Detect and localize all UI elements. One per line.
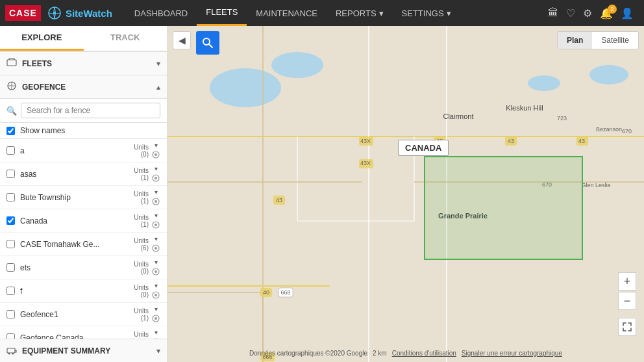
show-names-label: Show names xyxy=(20,126,65,135)
svg-point-29 xyxy=(8,353,10,355)
fleets-icon xyxy=(6,57,17,70)
fence-list-item: aUnits(0) ▾ xyxy=(0,139,167,162)
svg-point-33 xyxy=(271,52,323,78)
fleets-section: FLEETS ▾ xyxy=(0,52,167,75)
fence-center-icon[interactable] xyxy=(151,267,160,276)
fence-checkbox[interactable] xyxy=(6,216,15,225)
equipment-icon xyxy=(6,344,17,357)
fence-dropdown-arrow[interactable]: ▾ xyxy=(155,212,158,219)
fence-count: (0) xyxy=(141,291,149,298)
map-search-button[interactable] xyxy=(196,31,219,55)
search-icon: 🔍 xyxy=(6,106,17,116)
fence-checkbox[interactable] xyxy=(6,263,15,272)
geofence-section: GEOFENCE ▴ 🔍 Show names aUnits(0) ▾ asas… xyxy=(0,75,167,339)
geofence-label: GEOFENCE xyxy=(22,83,151,92)
fence-dropdown-arrow[interactable]: ▾ xyxy=(155,259,158,266)
fence-actions: ▾ xyxy=(151,329,160,339)
tab-explore[interactable]: EXPLORE xyxy=(0,26,84,51)
fence-center-icon[interactable] xyxy=(151,197,160,206)
fence-center-icon[interactable] xyxy=(151,291,160,300)
map-report-error[interactable]: Signaler une erreur cartographique xyxy=(462,350,562,357)
fence-dropdown-arrow[interactable]: ▾ xyxy=(155,165,158,172)
case-logo: CASE xyxy=(5,5,41,21)
fence-list-item: etsUnits(0) ▾ xyxy=(0,256,167,279)
geofence-header[interactable]: GEOFENCE ▴ xyxy=(0,75,167,99)
show-names-checkbox[interactable] xyxy=(6,127,15,135)
settings-icon[interactable]: ⚙ xyxy=(583,7,592,19)
fence-name: f xyxy=(20,287,134,296)
geofence-overlay xyxy=(424,156,583,260)
svg-rect-28 xyxy=(7,348,15,353)
fullscreen-button[interactable] xyxy=(618,318,636,336)
fence-checkbox[interactable] xyxy=(6,287,15,295)
user-icon[interactable]: 👤 xyxy=(621,7,634,19)
fence-list-item: Geofence1Units(1) ▾ xyxy=(0,303,167,326)
fence-dropdown-arrow[interactable]: ▾ xyxy=(155,282,158,289)
fence-checkbox[interactable] xyxy=(6,146,15,155)
fence-units-label: Units xyxy=(134,331,149,338)
fence-dropdown-arrow[interactable]: ▾ xyxy=(155,235,158,242)
notifications-icon[interactable]: 🔔 2 xyxy=(600,7,613,19)
show-names-row: Show names xyxy=(0,123,167,139)
fence-actions: ▾ xyxy=(151,165,160,183)
equipment-summary-label: EQUIPMENT SUMMARY xyxy=(22,346,151,356)
fleets-chevron: ▾ xyxy=(156,59,160,68)
history-icon[interactable]: 🏛 xyxy=(548,7,558,19)
zoom-in-button[interactable]: + xyxy=(618,272,636,291)
search-container: 🔍 xyxy=(0,99,167,123)
fence-dropdown-arrow[interactable]: ▾ xyxy=(155,188,158,196)
fence-center-icon[interactable] xyxy=(151,244,160,253)
fence-checkbox[interactable] xyxy=(6,310,15,318)
nav-reports[interactable]: REPORTS ▾ xyxy=(327,0,393,26)
svg-text:668: 668 xyxy=(280,289,290,296)
svg-point-15 xyxy=(155,247,157,250)
sitewatch-logo: SiteWatch xyxy=(41,6,119,20)
map-back-button[interactable]: ◀ xyxy=(173,31,191,49)
map-satellite-button[interactable]: Satellite xyxy=(592,32,638,49)
fence-checkbox[interactable] xyxy=(6,170,15,178)
fence-name: Geofence Canada xyxy=(20,333,134,339)
svg-text:43: 43 xyxy=(276,197,282,203)
fence-meta: Units(0) xyxy=(134,284,149,298)
fence-dropdown-arrow[interactable]: ▾ xyxy=(155,305,158,313)
zoom-out-button[interactable]: − xyxy=(618,292,636,310)
fence-dropdown-arrow[interactable]: ▾ xyxy=(155,329,158,336)
fence-actions: ▾ xyxy=(151,259,160,276)
fence-name: Geofence1 xyxy=(20,310,134,319)
fence-actions: ▾ xyxy=(151,142,160,159)
nav-maintenance[interactable]: MAINTENANCE xyxy=(247,0,327,26)
map-plan-button[interactable]: Plan xyxy=(558,32,592,49)
fence-dropdown-arrow[interactable]: ▾ xyxy=(155,142,158,149)
svg-text:43: 43 xyxy=(578,138,585,144)
search-input[interactable] xyxy=(21,103,160,118)
nav-settings[interactable]: SETTINGS ▾ xyxy=(393,0,460,26)
fence-checkbox[interactable] xyxy=(6,193,15,201)
fence-list-item: CASE Tomahawk Ge...Units(6) ▾ xyxy=(0,233,167,256)
svg-text:670: 670 xyxy=(622,128,632,135)
fence-center-icon[interactable] xyxy=(151,150,160,159)
map-type-toggle: Plan Satellite xyxy=(557,31,639,49)
nav-fleets[interactable]: FLEETS xyxy=(197,0,247,26)
map-terms[interactable]: Conditions d'utilisation xyxy=(392,350,456,357)
fence-checkbox[interactable] xyxy=(6,333,15,339)
notification-badge: 2 xyxy=(608,5,617,14)
fence-meta: Units(1) xyxy=(134,167,149,181)
fence-checkbox[interactable] xyxy=(6,240,15,248)
equipment-summary-header[interactable]: EQUIPMENT SUMMARY ▾ xyxy=(0,339,167,362)
heart-icon[interactable]: ♡ xyxy=(566,7,575,19)
nav-dashboard[interactable]: DASHBOARD xyxy=(125,0,197,26)
fence-center-icon[interactable] xyxy=(151,220,160,229)
top-navigation: CASE SiteWatch DASHBOARD FLEETS MAINTENA… xyxy=(0,0,644,26)
fence-center-icon[interactable] xyxy=(151,314,160,323)
fence-list: aUnits(0) ▾ asasUnits(1) ▾ Bute Township… xyxy=(0,139,167,339)
fleets-header[interactable]: FLEETS ▾ xyxy=(0,52,167,75)
fence-meta: Units(1) xyxy=(134,190,149,205)
svg-point-34 xyxy=(589,65,628,84)
fence-name: ets xyxy=(20,263,134,272)
fence-units-label: Units xyxy=(134,214,149,221)
svg-text:43X: 43X xyxy=(360,138,371,144)
fence-center-icon[interactable] xyxy=(151,174,160,183)
fence-list-item: fUnits(0) ▾ xyxy=(0,279,167,303)
tab-track[interactable]: TRACK xyxy=(84,26,167,51)
fence-count: (1) xyxy=(141,198,149,205)
